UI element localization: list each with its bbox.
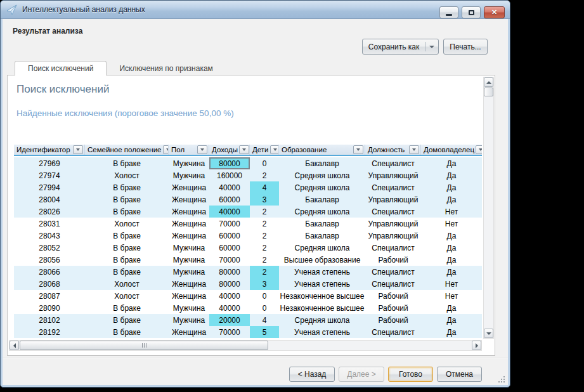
table-cell[interactable]: Средняя школа [279, 169, 365, 181]
table-cell[interactable]: Средняя школа [279, 206, 365, 218]
cancel-button[interactable]: Отмена [437, 367, 482, 382]
table-cell[interactable]: 60000 [209, 242, 250, 254]
table-cell[interactable]: Женщина [169, 206, 209, 218]
back-button[interactable]: < Назад [289, 367, 335, 382]
table-cell[interactable]: Нет [421, 290, 482, 302]
table-row[interactable]: 28043В бракеЖенщина600002БакалаврУправля… [14, 230, 482, 242]
outlier-cell[interactable]: 3 [250, 278, 279, 290]
table-cell[interactable]: Специалист [365, 157, 421, 169]
table-cell[interactable]: Ученая степень [279, 326, 365, 338]
table-cell[interactable]: В браке [85, 254, 169, 266]
table-cell[interactable]: 28043 [14, 230, 85, 242]
horizontal-scrollbar[interactable] [9, 340, 482, 351]
table-cell[interactable]: 28090 [14, 302, 85, 314]
resize-grip[interactable] [498, 376, 505, 382]
table-cell[interactable]: 28068 [14, 278, 85, 290]
column-header[interactable]: Должность [365, 145, 421, 155]
column-header[interactable]: Домовладелец [421, 145, 482, 155]
table-cell[interactable]: 2 [250, 169, 279, 181]
table-row[interactable]: 28102В бракеМужчина200004Средняя школаРа… [14, 314, 482, 326]
table-cell[interactable]: Бакалавр [279, 218, 365, 230]
table-cell[interactable]: Женщина [169, 193, 209, 206]
filter-dropdown-button[interactable] [73, 145, 83, 154]
table-cell[interactable]: Мужчина [169, 157, 209, 169]
table-cell[interactable]: Рабочий [365, 314, 421, 326]
table-row[interactable]: 28031ХолостЖенщина700002БакалаврУправляю… [14, 218, 482, 230]
table-cell[interactable]: Да [421, 157, 482, 169]
table-cell[interactable]: Нет [421, 218, 482, 230]
table-cell[interactable]: 70000 [209, 326, 250, 338]
scroll-down-button[interactable] [484, 329, 493, 338]
table-cell[interactable]: 2 [250, 218, 279, 230]
table-cell[interactable]: В браке [85, 193, 169, 206]
table-cell[interactable]: В браке [85, 230, 169, 242]
minimize-button[interactable] [439, 6, 458, 18]
table-cell[interactable]: В браке [85, 302, 169, 314]
table-cell[interactable]: Женщина [169, 326, 209, 338]
table-cell[interactable]: Женщина [169, 218, 209, 230]
save-as-dropdown[interactable] [425, 46, 438, 48]
table-cell[interactable]: Да [421, 181, 482, 193]
table-cell[interactable]: 60000 [209, 230, 250, 242]
table-cell[interactable]: 0 [250, 290, 279, 302]
table-row[interactable]: 28066В бракеМужчина800002Ученая степеньС… [14, 266, 482, 278]
table-row[interactable]: 28004В бракеЖенщина600003БакалаврУправля… [14, 193, 482, 206]
table-cell[interactable]: Мужчина [169, 266, 209, 278]
table-cell[interactable]: 40000 [209, 302, 250, 314]
table-cell[interactable]: Женщина [169, 181, 209, 193]
outlier-cell[interactable]: 4 [250, 181, 279, 193]
table-cell[interactable]: Да [421, 266, 482, 278]
table-cell[interactable]: 27974 [14, 169, 85, 181]
table-row[interactable]: 27994В бракеЖенщина400004Средняя школаСп… [14, 181, 482, 193]
table-cell[interactable]: 0 [250, 157, 279, 169]
column-header[interactable]: Образование [279, 145, 365, 155]
table-cell[interactable]: Ученая степень [279, 278, 365, 290]
table-cell[interactable]: 4 [250, 314, 279, 326]
finish-button[interactable]: Готово [388, 367, 433, 382]
table-cell[interactable]: Мужчина [169, 314, 209, 326]
table-cell[interactable]: Рабочий [365, 290, 421, 302]
table-cell[interactable]: Женщина [169, 278, 209, 290]
outlier-cell[interactable]: 5 [250, 326, 279, 338]
table-cell[interactable]: 160000 [209, 169, 250, 181]
table-cell[interactable]: Мужчина [169, 169, 209, 181]
table-cell[interactable]: Средняя школа [279, 242, 365, 254]
table-cell[interactable]: 28026 [14, 206, 85, 218]
table-cell[interactable]: Ученая степень [279, 266, 365, 278]
table-cell[interactable]: В браке [85, 206, 169, 218]
table-row[interactable]: 27974ХолостМужчина1600002Средняя школаУп… [14, 169, 482, 181]
filter-dropdown-button[interactable] [197, 145, 207, 154]
table-cell[interactable]: 0 [250, 302, 279, 314]
filter-dropdown-button[interactable] [239, 145, 249, 154]
table-cell[interactable]: Нет [421, 278, 482, 290]
table-cell[interactable]: Специалист [365, 266, 421, 278]
column-header[interactable]: Доходы [209, 145, 250, 155]
table-row[interactable]: 28068ХолостЖенщина800003Ученая степеньСп… [14, 278, 482, 290]
table-cell[interactable]: 40000 [209, 181, 250, 193]
table-cell[interactable]: 28004 [14, 193, 85, 206]
table-cell[interactable]: 28056 [14, 254, 85, 266]
filter-dropdown-button[interactable] [476, 145, 482, 154]
table-cell[interactable]: Да [421, 314, 482, 326]
table-cell[interactable]: Высшее образование [279, 254, 365, 266]
tab-exceptions-by-attributes[interactable]: Исключения по признакам [107, 61, 225, 75]
table-cell[interactable]: Незаконченное высшее [279, 290, 365, 302]
table-cell[interactable]: В браке [85, 326, 169, 338]
save-as-button[interactable]: Сохранить как [362, 39, 439, 55]
table-cell[interactable]: Бакалавр [279, 157, 365, 169]
selected-outlier-cell[interactable]: 80000 [209, 157, 250, 169]
table-cell[interactable]: Специалист [365, 278, 421, 290]
table-cell[interactable]: 28066 [14, 266, 85, 278]
table-cell[interactable]: В браке [85, 181, 169, 193]
filter-dropdown-button[interactable] [270, 145, 280, 154]
table-cell[interactable]: 28192 [14, 326, 85, 338]
vertical-scrollbar[interactable] [483, 77, 494, 339]
table-cell[interactable]: Да [421, 254, 482, 266]
table-row[interactable]: 28052В бракеМужчина600002Средняя школаСп… [14, 242, 482, 254]
table-cell[interactable]: 28087 [14, 290, 85, 302]
table-cell[interactable]: Специалист [365, 181, 421, 193]
table-cell[interactable]: Нет [421, 206, 482, 218]
scroll-right-button[interactable] [472, 341, 481, 350]
table-cell[interactable]: В браке [85, 314, 169, 326]
column-header[interactable]: Пол [169, 145, 209, 155]
